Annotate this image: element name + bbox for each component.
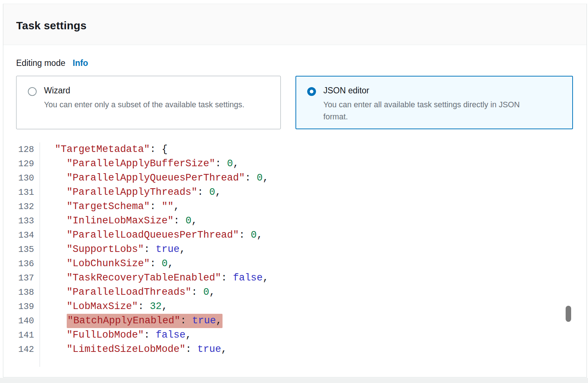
code-row: 130 "ParallelApplyQueuesPerThread": 0, <box>3 171 587 185</box>
scrollbar-thumb[interactable] <box>566 306 571 322</box>
editing-mode-row: Editing mode Info <box>16 58 587 70</box>
line-number: 137 <box>3 271 40 285</box>
line-number: 142 <box>3 342 40 357</box>
line-number: 128 <box>3 142 40 157</box>
line-number: 141 <box>3 328 40 342</box>
line-number: 135 <box>3 242 40 257</box>
code-filler <box>40 357 43 367</box>
option-label: JSON editor <box>323 86 543 96</box>
code-row: 140 "BatchApplyEnabled": true, <box>3 314 587 328</box>
line-number: 138 <box>3 285 40 300</box>
line-number: 140 <box>3 314 40 328</box>
line-number: 139 <box>3 300 40 314</box>
line-number: 134 <box>3 228 40 242</box>
code-row: 134 "ParallelLoadQueuesPerThread": 0, <box>3 228 587 242</box>
code-row: 131 "ParallelApplyThreads": 0, <box>3 185 587 200</box>
code-line: "LobChunkSize": 0, <box>40 257 173 271</box>
option-description: You can enter only a subset of the avail… <box>44 99 245 111</box>
panel-header: Task settings <box>3 4 587 45</box>
code-line: "InlineLobMaxSize": 0, <box>40 214 197 228</box>
option-text: JSON editor You can enter all available … <box>323 86 543 123</box>
page-title: Task settings <box>16 19 87 32</box>
code-line: "SupportLobs": true, <box>40 242 185 257</box>
line-number: 131 <box>3 185 40 200</box>
gutter-filler <box>3 357 40 367</box>
editing-mode-option-json-editor[interactable]: JSON editor You can enter all available … <box>295 76 573 129</box>
code-row: 135 "SupportLobs": true, <box>3 242 587 257</box>
code-row: 137 "TaskRecoveryTableEnabled": false, <box>3 271 587 285</box>
code-row: 132 "TargetSchema": "", <box>3 200 587 214</box>
editing-mode-options: Wizard You can enter only a subset of th… <box>16 76 587 129</box>
editing-mode-option-wizard[interactable]: Wizard You can enter only a subset of th… <box>16 76 281 129</box>
editing-mode-label: Editing mode <box>16 58 65 68</box>
code-row: 136 "LobChunkSize": 0, <box>3 257 587 271</box>
line-number: 136 <box>3 257 40 271</box>
code-row: 138 "ParallelLoadThreads": 0, <box>3 285 587 300</box>
line-number: 130 <box>3 171 40 185</box>
code-lines: 128 "TargetMetadata": {129 "ParallelAppl… <box>3 142 587 357</box>
code-line: "ParallelApplyThreads": 0, <box>40 185 221 200</box>
line-number: 133 <box>3 214 40 228</box>
page-background-strip <box>0 378 588 383</box>
json-code-editor[interactable]: 128 "TargetMetadata": {129 "ParallelAppl… <box>3 142 587 367</box>
radio-unselected-icon[interactable] <box>28 87 37 96</box>
code-line: "ParallelLoadQueuesPerThread": 0, <box>40 228 263 242</box>
panel-body: Editing mode Info Wizard You can enter o… <box>3 45 587 367</box>
code-line: "LobMaxSize": 32, <box>40 300 168 314</box>
code-line: "ParallelApplyBufferSize": 0, <box>40 157 239 171</box>
line-number: 132 <box>3 200 40 214</box>
option-label: Wizard <box>44 86 245 96</box>
code-line: "TaskRecoveryTableEnabled": false, <box>40 271 269 285</box>
code-row: 133 "InlineLobMaxSize": 0, <box>3 214 587 228</box>
task-settings-panel: Task settings Editing mode Info Wizard Y… <box>3 4 587 378</box>
info-link[interactable]: Info <box>73 58 88 68</box>
code-row: 129 "ParallelApplyBufferSize": 0, <box>3 157 587 171</box>
code-line: "BatchApplyEnabled": true, <box>40 314 223 328</box>
line-number: 129 <box>3 157 40 171</box>
code-line: "ParallelLoadThreads": 0, <box>40 285 215 300</box>
option-text: Wizard You can enter only a subset of th… <box>44 86 245 111</box>
highlighted-code: "BatchApplyEnabled": true, <box>67 314 223 328</box>
code-row: 128 "TargetMetadata": { <box>3 142 587 157</box>
code-line: "LimitedSizeLobMode": true, <box>40 342 227 357</box>
code-line: "FullLobMode": false, <box>40 328 191 342</box>
code-row: 139 "LobMaxSize": 32, <box>3 300 587 314</box>
editor-filler-row <box>3 357 587 367</box>
code-row: 141 "FullLobMode": false, <box>3 328 587 342</box>
option-description: You can enter all available task setting… <box>323 99 543 123</box>
radio-selected-icon[interactable] <box>307 87 316 96</box>
code-line: "ParallelApplyQueuesPerThread": 0, <box>40 171 269 185</box>
code-row: 142 "LimitedSizeLobMode": true, <box>3 342 587 357</box>
code-line: "TargetMetadata": { <box>40 142 168 157</box>
code-line: "TargetSchema": "", <box>40 200 180 214</box>
